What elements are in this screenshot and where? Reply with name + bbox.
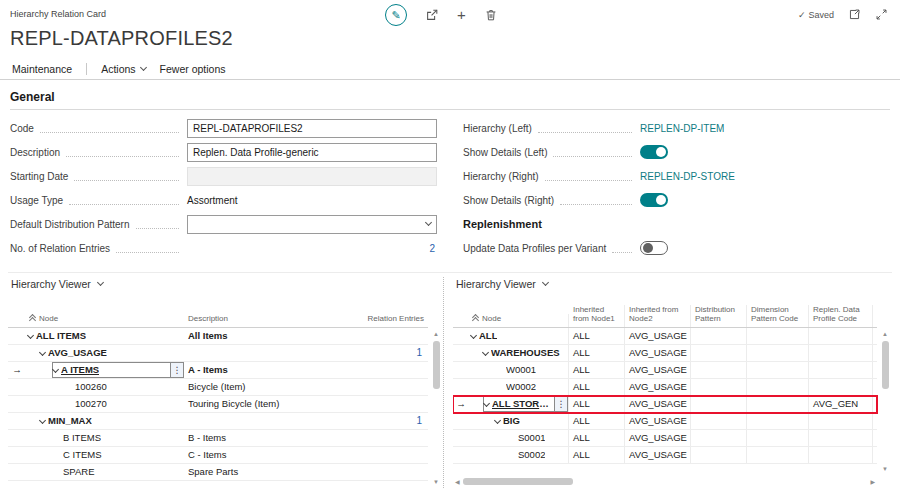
selected-node-box[interactable]: A ITEMS⋮ [52,362,184,378]
lookup-link[interactable]: REPLEN-DP-ITEM [640,123,724,134]
collapse-all-icon[interactable] [30,315,35,321]
popout-icon[interactable] [848,8,861,21]
scroll-left-icon[interactable]: ◀ [455,478,460,486]
node-box[interactable]: C ITEMS [52,447,184,463]
node-label[interactable]: AVG_USAGE [48,345,107,361]
expand-chevron-icon[interactable] [494,416,501,423]
vertical-scrollbar[interactable]: ▲ ▼ [429,328,443,488]
table-row[interactable]: C ITEMSC - Items [8,447,428,464]
expand-chevron-icon[interactable] [483,399,490,406]
resize-icon[interactable] [875,8,888,21]
expand-chevron-icon[interactable] [470,331,477,338]
node-box[interactable]: B ITEMS [52,430,184,446]
toggle-knob [656,195,666,205]
node-label[interactable]: ALL ITEMS [36,328,86,344]
node-label[interactable]: 100270 [75,396,107,412]
add-icon[interactable]: + [457,8,466,22]
table-row[interactable]: W0001ALLAVG_USAGE [453,362,877,379]
toggle-show-details-left[interactable] [640,145,668,159]
scroll-down-icon[interactable]: ▼ [433,478,439,486]
node-box[interactable]: ALL [471,328,568,344]
scroll-right-icon[interactable]: ▶ [870,478,875,486]
node-label[interactable]: SPARE [63,464,95,480]
scrollbar-thumb[interactable] [882,341,889,389]
table-row[interactable]: 100270Touring Bicycle (Item) [8,396,428,413]
node-box[interactable]: MIN_MAX [40,413,184,429]
relation-entries-link[interactable]: 1 [416,415,424,426]
lookup-link[interactable]: REPLEN-DP-STORE [640,171,735,182]
select-input[interactable] [187,215,437,234]
drilldown-link[interactable]: 2 [429,243,437,254]
scrollbar-thumb[interactable] [463,478,573,485]
node-label[interactable]: 100260 [75,379,107,395]
menu-item-maintenance[interactable]: Maintenance [12,63,72,75]
expand-chevron-icon[interactable] [27,331,34,338]
node-box[interactable]: AVG_USAGE [40,345,184,361]
ellipsis-menu-button[interactable]: ⋮ [170,363,183,377]
ellipsis-menu-button[interactable]: ⋮ [554,397,567,411]
horizontal-scrollbar[interactable]: ◀ ▶ [453,475,877,488]
table-row[interactable]: WAREHOUSESALLAVG_USAGE [453,345,877,362]
table-row[interactable]: W0002ALLAVG_USAGE [453,379,877,396]
edit-icon[interactable]: ✎ [385,4,407,26]
node-box[interactable]: S0001 [507,430,568,446]
section-title-general[interactable]: General [10,86,890,110]
node-label[interactable]: ALL STORES [492,396,551,412]
relation-entries-link[interactable]: 1 [416,347,424,358]
table-row[interactable]: BIGALLAVG_USAGE [453,413,877,430]
node-box[interactable]: 100260 [64,379,184,395]
expand-chevron-icon[interactable] [482,348,489,355]
node-box[interactable]: S0002 [507,447,568,463]
right-viewer-caption[interactable]: Hierarchy Viewer [456,278,892,290]
table-row[interactable]: B ITEMSB - Items [8,430,428,447]
table-row[interactable]: →A ITEMS⋮A - Items [8,362,428,379]
expand-chevron-icon[interactable] [39,348,46,355]
table-row[interactable]: ALL ITEMSAll Items [8,328,428,345]
delete-icon[interactable] [484,8,498,22]
collapse-all-icon[interactable] [473,315,478,321]
vertical-scrollbar[interactable]: ▲ ▼ [878,328,892,475]
node-label[interactable]: BIG [503,413,520,429]
node-box[interactable]: WAREHOUSES [483,345,568,361]
table-row[interactable]: AVG_USAGE1 [8,345,428,362]
left-viewer-caption[interactable]: Hierarchy Viewer [11,278,443,290]
expand-chevron-icon[interactable] [52,365,59,372]
expand-chevron-icon[interactable] [39,416,46,423]
node-label[interactable]: C ITEMS [63,447,102,463]
node-label[interactable]: W0002 [506,379,536,395]
node-box[interactable]: W0002 [495,379,568,395]
menu-item-fewer-options[interactable]: Fewer options [160,63,226,75]
table-row[interactable]: 100260Bicycle (Item) [8,379,428,396]
scroll-up-icon[interactable]: ▲ [433,330,439,338]
node-label[interactable]: MIN_MAX [48,413,92,429]
scroll-up-icon[interactable]: ▲ [882,330,888,338]
menu-item-actions[interactable]: Actions [101,63,145,75]
scrollbar-thumb[interactable] [433,341,440,389]
table-row[interactable]: MIN_MAX1 [8,413,428,430]
node-box[interactable]: SPARE [52,464,184,480]
scroll-down-icon[interactable]: ▼ [882,465,888,473]
node-box[interactable]: ALL ITEMS [28,328,184,344]
node-label[interactable]: S0002 [518,447,545,463]
table-row[interactable]: S0002ALLAVG_USAGE [453,447,877,464]
field-label: Hierarchy (Left) [463,123,532,134]
node-box[interactable]: BIG [495,413,568,429]
node-label[interactable]: B ITEMS [63,430,101,446]
table-row[interactable]: S0001ALLAVG_USAGE [453,430,877,447]
table-row[interactable]: →ALL STORES⋮ALLAVG_USAGEAVG_GEN [453,396,877,413]
table-row[interactable]: ALLALLAVG_USAGE [453,328,877,345]
node-box[interactable]: 100270 [64,396,184,412]
table-row[interactable]: SPARESpare Parts [8,464,428,481]
node-label[interactable]: A ITEMS [61,362,99,378]
node-label[interactable]: WAREHOUSES [491,345,560,361]
text-input[interactable]: Replen. Data Profile-generic [187,143,437,162]
toggle-update-data-profiles-per-variant[interactable] [640,241,668,255]
selected-node-box[interactable]: ALL STORES⋮ [483,396,568,412]
share-icon[interactable] [425,8,439,22]
node-label[interactable]: ALL [479,328,497,344]
node-label[interactable]: W0001 [506,362,536,378]
node-label[interactable]: S0001 [518,430,545,446]
toggle-show-details-right[interactable] [640,193,668,207]
node-box[interactable]: W0001 [495,362,568,378]
text-input[interactable]: REPL-DATAPROFILES2 [187,119,437,138]
